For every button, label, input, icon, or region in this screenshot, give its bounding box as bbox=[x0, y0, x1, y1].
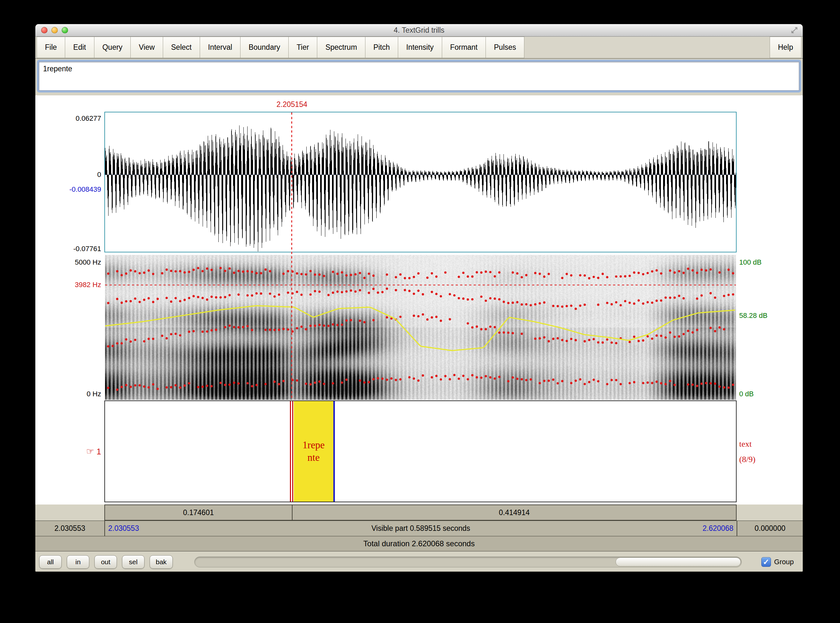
play-left-part-button[interactable]: 0.174601 bbox=[105, 505, 293, 520]
group-checkbox[interactable]: ✓ bbox=[761, 557, 771, 567]
controls-row: all in out sel bak ✓ Group bbox=[35, 551, 803, 572]
spectrogram-canvas[interactable] bbox=[105, 255, 736, 400]
menu-interval[interactable]: Interval bbox=[200, 37, 241, 58]
tier-position-label: (8/9) bbox=[739, 452, 756, 467]
zoom-all-button[interactable]: all bbox=[39, 555, 62, 569]
time-scrollbar[interactable] bbox=[194, 557, 742, 568]
selection-bar: 0.174601 0.414914 bbox=[104, 505, 737, 520]
window-title: 4. TextGrid trills bbox=[394, 26, 445, 35]
window-resize-icon[interactable] bbox=[791, 26, 798, 34]
amp-cursor-label: -0.008439 bbox=[35, 185, 101, 193]
window-start-label: 2.030553 bbox=[55, 524, 86, 533]
visible-part-row: 2.030553 2.030553 Visible part 0.589515 … bbox=[35, 520, 803, 536]
menu-tier[interactable]: Tier bbox=[288, 37, 317, 58]
group-label: Group bbox=[774, 558, 794, 566]
interval-text-line1: 1repe bbox=[302, 439, 325, 451]
title-bar[interactable]: 4. TextGrid trills bbox=[35, 24, 803, 37]
zoom-out-button[interactable]: out bbox=[94, 555, 117, 569]
menu-select[interactable]: Select bbox=[163, 37, 200, 58]
selected-boundary-line-2[interactable] bbox=[292, 401, 293, 502]
tier-type-label: text bbox=[739, 436, 756, 452]
visible-part-label: Visible part 0.589515 seconds bbox=[371, 524, 471, 533]
waveform-panel bbox=[104, 112, 737, 252]
zoom-button[interactable] bbox=[62, 27, 68, 34]
time-scrollbar-thumb[interactable] bbox=[616, 557, 741, 566]
window-end-label: 0.000000 bbox=[754, 524, 785, 533]
db-top-label: 100 dB bbox=[739, 258, 762, 267]
minimize-button[interactable] bbox=[51, 27, 58, 34]
freq-cursor-label: 3982 Hz bbox=[35, 281, 101, 289]
freq-bottom-label: 0 Hz bbox=[35, 390, 101, 398]
visible-start-label: 2.030553 bbox=[108, 524, 139, 533]
selected-interval[interactable]: 1repe nte bbox=[294, 401, 333, 502]
interval-text-field[interactable]: 1repente bbox=[38, 61, 800, 91]
interval-text-line2: nte bbox=[308, 451, 320, 464]
text-field-strip: 1repente bbox=[35, 59, 803, 95]
menu-boundary[interactable]: Boundary bbox=[240, 37, 288, 58]
menu-query[interactable]: Query bbox=[94, 37, 131, 58]
menu-help[interactable]: Help bbox=[769, 37, 802, 58]
frequency-cursor-line[interactable] bbox=[105, 284, 736, 285]
play-right-part-button[interactable]: 0.414914 bbox=[293, 505, 736, 520]
check-icon: ✓ bbox=[763, 557, 769, 566]
interval-boundary-line[interactable] bbox=[333, 401, 335, 502]
menu-pitch[interactable]: Pitch bbox=[365, 37, 398, 58]
waveform-canvas[interactable] bbox=[105, 112, 736, 252]
menu-spectrum[interactable]: Spectrum bbox=[317, 37, 365, 58]
freq-top-label: 5000 Hz bbox=[35, 258, 101, 267]
db-mid-label: 58.28 dB bbox=[739, 312, 768, 320]
tier-pointer[interactable]: ☞ 1 bbox=[35, 446, 101, 457]
window-start-cell[interactable]: 2.030553 bbox=[35, 521, 105, 536]
total-duration-label: Total duration 2.620068 seconds bbox=[363, 539, 475, 548]
menu-edit[interactable]: Edit bbox=[65, 37, 94, 58]
zoom-sel-button[interactable]: sel bbox=[122, 555, 144, 569]
tier-info: text (8/9) bbox=[739, 436, 756, 467]
zoom-in-button[interactable]: in bbox=[67, 555, 89, 569]
play-total-duration-button[interactable]: Total duration 2.620068 seconds bbox=[35, 536, 803, 551]
drawing-area: 2.205154 0.06277 0 -0.008439 -0.07761 50… bbox=[35, 95, 803, 505]
time-cursor-line[interactable] bbox=[291, 112, 292, 400]
spectrogram-panel bbox=[105, 255, 736, 400]
menu-file[interactable]: File bbox=[37, 37, 65, 58]
window-end-cell[interactable]: 0.000000 bbox=[737, 521, 803, 536]
close-button[interactable] bbox=[41, 27, 48, 34]
menu-bar: File Edit Query View Select Interval Bou… bbox=[35, 37, 803, 59]
menu-intensity[interactable]: Intensity bbox=[398, 37, 442, 58]
zoom-bak-button[interactable]: bak bbox=[150, 555, 173, 569]
menu-view[interactable]: View bbox=[130, 37, 163, 58]
amp-min-label: -0.07761 bbox=[35, 245, 101, 253]
traffic-lights bbox=[41, 27, 68, 34]
menu-formant[interactable]: Formant bbox=[442, 37, 486, 58]
group-control: ✓ Group bbox=[761, 557, 794, 567]
amp-zero-label: 0 bbox=[35, 170, 101, 179]
tier-index-label: 1 bbox=[97, 447, 101, 456]
visible-end-label: 2.620068 bbox=[702, 524, 733, 533]
cursor-time-label: 2.205154 bbox=[276, 100, 307, 109]
right-duration-label: 0.414914 bbox=[499, 508, 530, 517]
menu-pulses[interactable]: Pulses bbox=[486, 37, 524, 58]
play-visible-part-button[interactable]: 2.030553 Visible part 0.589515 seconds 2… bbox=[105, 521, 737, 536]
selection-bar-row: 0.174601 0.414914 bbox=[35, 505, 803, 520]
textgrid-tier[interactable]: 1repe nte bbox=[104, 400, 737, 502]
amp-max-label: 0.06277 bbox=[35, 114, 101, 123]
pointing-hand-icon: ☞ bbox=[86, 446, 94, 457]
praat-textgrid-window: 4. TextGrid trills File Edit Query View … bbox=[35, 24, 803, 572]
left-duration-label: 0.174601 bbox=[183, 508, 214, 517]
selected-boundary-line[interactable] bbox=[290, 401, 291, 502]
db-bottom-label: 0 dB bbox=[739, 390, 754, 398]
